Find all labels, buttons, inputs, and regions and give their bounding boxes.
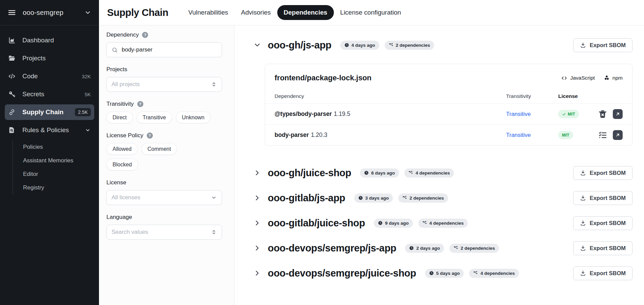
dependency-search-input[interactable]: body-parser xyxy=(106,42,222,57)
chevron-up-down-icon xyxy=(211,81,217,87)
export-sbom-button[interactable]: Export SBOM xyxy=(573,266,632,280)
help-icon[interactable] xyxy=(142,32,148,38)
chevron-right-icon[interactable] xyxy=(254,269,261,277)
help-icon[interactable] xyxy=(147,133,153,139)
chevron-down-icon xyxy=(211,195,217,201)
export-sbom-button[interactable]: Export SBOM xyxy=(573,191,632,205)
package-cubes-icon xyxy=(604,75,610,81)
clock-icon xyxy=(358,196,363,200)
open-external-link-icon[interactable] xyxy=(613,109,623,119)
tab-advisories[interactable]: Advisories xyxy=(235,5,277,20)
download-icon xyxy=(580,245,586,251)
license-policy-filter-label: License Policy xyxy=(106,132,143,139)
sidebar-item-rules-policies[interactable]: Rules & Policies xyxy=(5,122,94,138)
chevron-right-icon[interactable] xyxy=(254,194,261,202)
dependency-tree-icon xyxy=(454,246,458,250)
column-license: License xyxy=(558,93,595,99)
sidebar-item-secrets[interactable]: Secrets 5K xyxy=(5,86,94,102)
org-name: ooo-semgrep xyxy=(23,9,63,17)
sidebar-item-label: Code xyxy=(22,73,38,80)
chevron-right-icon[interactable] xyxy=(254,169,261,177)
chevron-right-icon[interactable] xyxy=(254,219,261,227)
dependency-count-badge: 4 dependencies xyxy=(469,269,519,278)
project-name: ooo-gh/js-app xyxy=(268,40,331,51)
project-row: ooo-gh/js-app 4 days ago 2 dependencies … xyxy=(254,38,632,53)
sidebar-item-projects[interactable]: Projects xyxy=(5,50,94,66)
license-badge: MIT xyxy=(558,110,579,118)
export-sbom-button[interactable]: Export SBOM xyxy=(573,241,632,255)
project-row: ooo-devops/semgrep/juice-shop 5 days ago… xyxy=(254,266,632,281)
last-scan-badge: 2 days ago xyxy=(405,244,444,253)
tab-dependencies[interactable]: Dependencies xyxy=(277,5,334,20)
language-tag: JavaScript xyxy=(561,75,595,81)
project-row: ooo-gh/juice-shop 6 days ago 4 dependenc… xyxy=(254,165,632,180)
sidebar-item-label: Supply Chain xyxy=(22,108,63,116)
chevron-down-icon[interactable] xyxy=(84,9,92,16)
tab-license-configuration[interactable]: License configuration xyxy=(334,5,408,20)
last-scan-badge: 9 days ago xyxy=(374,219,413,228)
chevron-down-icon[interactable] xyxy=(254,41,261,49)
projects-filter-label: Projects xyxy=(106,66,127,73)
download-icon xyxy=(580,220,586,226)
sidebar-item-registry[interactable]: Registry xyxy=(13,181,94,195)
sidebar-item-dashboard[interactable]: Dashboard xyxy=(5,33,94,48)
remove-dependency-icon[interactable] xyxy=(598,109,607,119)
open-external-link-icon[interactable] xyxy=(613,130,623,140)
last-scan-badge: 6 days ago xyxy=(360,168,399,178)
export-sbom-button[interactable]: Export SBOM xyxy=(573,216,632,230)
download-icon xyxy=(580,42,586,48)
license-policy-option-allowed[interactable]: Allowed xyxy=(106,143,138,155)
license-badge: MIT xyxy=(558,131,573,139)
chevron-down-icon[interactable] xyxy=(85,127,91,133)
project-name: ooo-devops/semgrep/js-app xyxy=(268,243,396,254)
clock-icon xyxy=(378,221,383,225)
projects-select-placeholder: All projects xyxy=(112,81,140,88)
export-sbom-button[interactable]: Export SBOM xyxy=(573,38,632,52)
sidebar-item-code[interactable]: Code 32K xyxy=(5,68,94,84)
export-sbom-button[interactable]: Export SBOM xyxy=(573,166,632,180)
last-scan-badge: 5 days ago xyxy=(425,269,464,278)
chevron-up-down-icon xyxy=(211,229,217,235)
dependency-version: 1.20.3 xyxy=(311,131,327,138)
dependency-name: @types/body-parser xyxy=(275,110,332,117)
dependencies-content: ooo-gh/js-app 4 days ago 2 dependencies … xyxy=(235,25,644,305)
sidebar-item-supply-chain[interactable]: Supply Chain 2.5K xyxy=(5,104,94,120)
tab-vulnerabilities[interactable]: Vulnerabilities xyxy=(182,5,235,20)
license-policy-option-blocked[interactable]: Blocked xyxy=(106,159,138,170)
download-icon xyxy=(580,195,586,201)
sidebar-item-assistant-memories[interactable]: Assistant Memories xyxy=(13,154,94,167)
sidebar-item-policies[interactable]: Policies xyxy=(13,140,94,154)
sidebar-item-editor[interactable]: Editor xyxy=(13,167,94,181)
projects-select[interactable]: All projects xyxy=(106,77,222,92)
last-scan-badge: 3 days ago xyxy=(354,194,393,203)
hamburger-menu-icon[interactable] xyxy=(7,8,16,17)
transitivity-option-transitive[interactable]: Transitive xyxy=(137,111,172,123)
dependency-count-badge: 4 dependencies xyxy=(404,168,454,178)
sidebar-count-badge: 5K xyxy=(85,92,91,97)
dependency-tree-icon xyxy=(402,196,407,200)
help-icon[interactable] xyxy=(137,101,143,107)
transitivity-option-direct[interactable]: Direct xyxy=(106,111,133,123)
license-select[interactable]: All licenses xyxy=(106,190,222,205)
language-select[interactable]: Search values xyxy=(106,225,222,240)
transitivity-link[interactable]: Transitive xyxy=(506,132,558,139)
project-name: ooo-gh/juice-shop xyxy=(268,167,351,179)
dependency-version: 1.19.5 xyxy=(334,110,350,117)
download-icon xyxy=(580,270,586,276)
org-switcher[interactable]: ooo-semgrep xyxy=(0,0,99,25)
page-title: Supply Chain xyxy=(107,7,168,18)
sidebar-nav: Dashboard Projects Code 32K Secrets 5K xyxy=(0,25,99,195)
project-name: ooo-devops/semgrep/juice-shop xyxy=(268,268,416,279)
sidebar-count-badge: 32K xyxy=(82,74,91,79)
checklist-icon[interactable] xyxy=(598,130,607,140)
license-filter-label: License xyxy=(106,179,126,186)
check-icon xyxy=(562,112,566,116)
transitivity-link[interactable]: Transitive xyxy=(506,111,558,118)
license-policy-option-comment[interactable]: Comment xyxy=(141,143,177,155)
dependency-count-badge: 2 dependencies xyxy=(398,194,448,203)
column-transitivity: Transitivity xyxy=(506,93,558,99)
project-row: ooo-gitlab/js-app 3 days ago 2 dependenc… xyxy=(254,190,632,205)
transitivity-option-unknown[interactable]: Unknown xyxy=(176,111,211,123)
project-row: ooo-gitlab/juice-shop 9 days ago 4 depen… xyxy=(254,216,632,230)
chevron-right-icon[interactable] xyxy=(254,244,261,252)
